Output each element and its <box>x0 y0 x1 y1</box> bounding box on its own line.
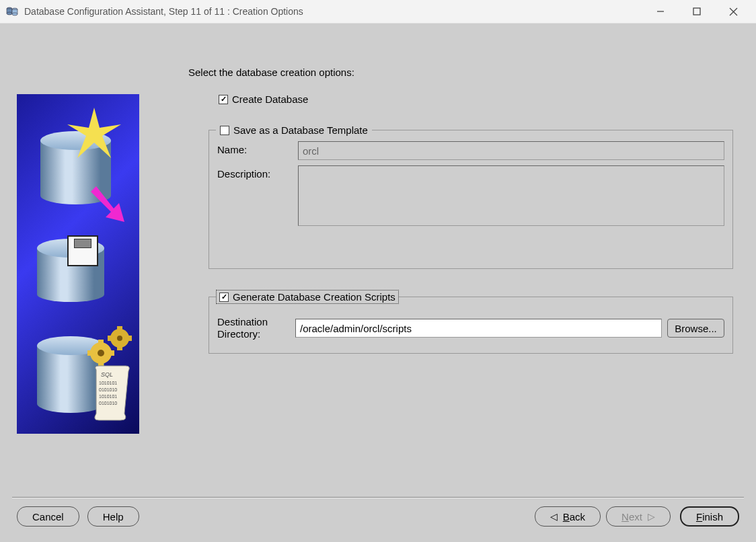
window: Database Configuration Assistant, Step 1… <box>0 0 756 542</box>
separator <box>12 497 744 498</box>
svg-rect-7 <box>693 8 700 15</box>
chevron-left-icon: ◁ <box>550 511 558 522</box>
template-name-input[interactable] <box>298 141 724 160</box>
svg-marker-10 <box>67 108 121 158</box>
save-template-group: Save as a Database Template Name: Descri… <box>209 124 733 269</box>
maximize-button[interactable] <box>685 2 709 21</box>
svg-point-2 <box>7 12 12 15</box>
cancel-button[interactable]: Cancel <box>17 506 79 527</box>
next-button: Next ▷ <box>606 506 671 527</box>
save-template-legend[interactable]: Save as a Database Template <box>216 124 372 136</box>
help-button[interactable]: Help <box>87 506 139 527</box>
floppy-disk-icon <box>67 235 98 266</box>
svg-rect-14 <box>117 326 122 332</box>
star-icon <box>67 108 121 161</box>
dest-directory-label: DestinationDirectory: <box>217 316 290 340</box>
content-area: SQL 1010101 0101010 1010101 0101010 Sele… <box>0 24 756 542</box>
gears-icon <box>87 326 139 366</box>
close-button[interactable] <box>721 2 745 21</box>
svg-point-5 <box>12 13 17 15</box>
svg-rect-17 <box>126 336 132 341</box>
template-desc-label: Description: <box>217 165 291 180</box>
script-scroll-icon: SQL 1010101 0101010 1010101 0101010 <box>91 363 135 424</box>
svg-rect-23 <box>109 350 114 356</box>
create-database-label: Create Database <box>232 93 308 105</box>
svg-rect-15 <box>117 345 122 350</box>
page-heading: Select the database creation options: <box>188 67 354 78</box>
finish-button[interactable]: Finish <box>680 506 739 527</box>
generate-scripts-checkbox[interactable] <box>219 293 229 302</box>
arrow-icon <box>91 182 139 222</box>
svg-text:1010101: 1010101 <box>99 394 117 399</box>
titlebar: Database Configuration Assistant, Step 1… <box>0 0 756 24</box>
save-template-label: Save as a Database Template <box>233 124 368 136</box>
generate-scripts-group: Generate Database Creation Scripts Desti… <box>209 290 733 354</box>
create-database-option[interactable]: Create Database <box>219 93 308 105</box>
generate-scripts-label: Generate Database Creation Scripts <box>233 291 395 303</box>
button-bar: Cancel Help ◁ Back Next ▷ Finish <box>0 503 756 530</box>
save-template-checkbox[interactable] <box>220 126 229 135</box>
svg-text:1010101: 1010101 <box>99 381 117 385</box>
back-button[interactable]: ◁ Back <box>535 506 601 527</box>
app-icon <box>5 5 19 18</box>
window-controls <box>648 2 745 21</box>
svg-text:SQL: SQL <box>101 371 113 378</box>
svg-point-19 <box>98 350 104 356</box>
svg-rect-16 <box>108 336 113 341</box>
chevron-right-icon: ▷ <box>648 511 655 522</box>
svg-text:0101010: 0101010 <box>99 401 117 405</box>
dest-directory-input[interactable] <box>295 319 662 338</box>
template-name-label: Name: <box>217 141 291 155</box>
minimize-button[interactable] <box>648 2 673 21</box>
template-desc-input[interactable] <box>298 165 724 226</box>
create-database-checkbox[interactable] <box>219 95 228 104</box>
browse-button[interactable]: Browse... <box>667 319 724 338</box>
svg-rect-20 <box>98 340 104 345</box>
svg-point-13 <box>117 336 122 341</box>
window-title: Database Configuration Assistant, Step 1… <box>24 6 648 17</box>
generate-scripts-legend[interactable]: Generate Database Creation Scripts <box>216 290 399 304</box>
svg-rect-22 <box>87 350 93 356</box>
svg-marker-11 <box>91 186 124 222</box>
wizard-illustration: SQL 1010101 0101010 1010101 0101010 <box>17 94 139 434</box>
svg-text:0101010: 0101010 <box>99 387 117 392</box>
